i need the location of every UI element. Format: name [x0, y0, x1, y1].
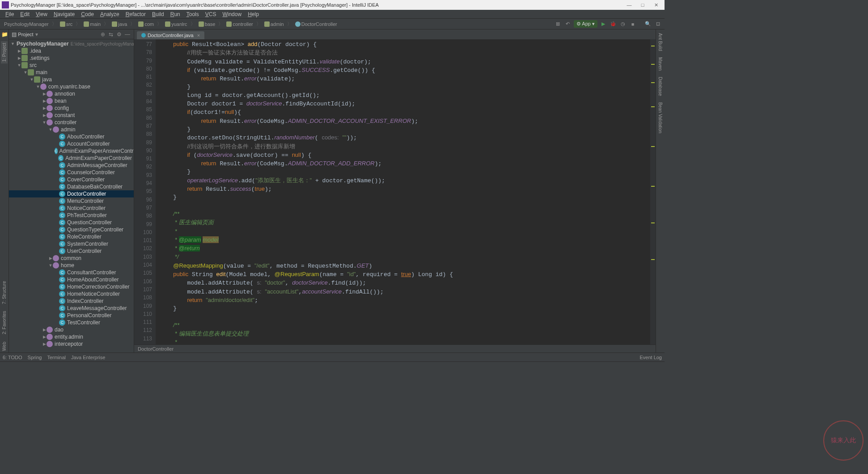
breadcrumb-seg[interactable]: main	[82, 21, 102, 27]
menu-refactor[interactable]: Refactor	[123, 11, 148, 18]
run-config[interactable]: ⚙ App ▾	[574, 20, 597, 28]
tree-node[interactable]: CRoleController	[9, 233, 134, 240]
breadcrumb-seg[interactable]: java	[110, 21, 128, 27]
tree-node[interactable]: ▶bean	[9, 97, 134, 105]
ide-notify-icon[interactable]: ⓘ	[4, 363, 8, 363]
run-icon[interactable]: ▶	[599, 20, 607, 28]
tree-node[interactable]: CIndexController	[9, 298, 134, 305]
sidebar-view-icon[interactable]: ▤	[12, 31, 17, 38]
breadcrumb-bottom[interactable]: DoctorController	[134, 344, 656, 352]
maximize-button[interactable]: □	[636, 2, 649, 8]
tab-web[interactable]: Web	[1, 340, 8, 352]
tree-node[interactable]: ▼main	[9, 69, 134, 76]
tab-maven[interactable]: Maven	[657, 55, 664, 72]
tree-node[interactable]: ▶common	[9, 255, 134, 262]
tree-node[interactable]: ▶entity.admin	[9, 333, 134, 340]
tree-node[interactable]: ▶.idea	[9, 47, 134, 55]
tree-node[interactable]: CMenuController	[9, 197, 134, 205]
tree-node[interactable]: ▶dao	[9, 326, 134, 333]
menu-help[interactable]: Help	[245, 11, 262, 18]
tree-node[interactable]: ▶.settings	[9, 55, 134, 62]
tool-spring[interactable]: Spring	[28, 355, 42, 360]
menu-view[interactable]: View	[33, 11, 50, 18]
menu-tools[interactable]: Tools	[184, 11, 202, 18]
menu-build[interactable]: Build	[149, 11, 167, 18]
tree-node[interactable]: CConsultantController	[9, 269, 134, 276]
tab-database[interactable]: Database	[657, 75, 664, 98]
breadcrumb-seg[interactable]: controller	[225, 21, 254, 27]
breadcrumb-seg[interactable]: yuanlrc	[164, 21, 188, 27]
tree-node[interactable]: CCounselorController	[9, 169, 134, 176]
tool-terminal[interactable]: Terminal	[47, 355, 66, 360]
target-icon[interactable]: ⊕	[101, 31, 107, 38]
breadcrumb-seg[interactable]: com	[137, 21, 155, 27]
close-button[interactable]: ✕	[649, 2, 663, 8]
tree-node[interactable]: ▶intercepotor	[9, 340, 134, 348]
tree-node[interactable]: CAdminExamPaperAnswerController	[9, 147, 134, 155]
breadcrumb-seg[interactable]: PsychologyManager	[3, 21, 50, 27]
tool-todo[interactable]: 6: TODO	[3, 355, 22, 360]
tree-node[interactable]: CLeaveMessageController	[9, 305, 134, 312]
tree-node[interactable]: CQuestionTypeController	[9, 226, 134, 233]
project-icon[interactable]: 📁	[1, 31, 8, 38]
error-stripe[interactable]	[650, 39, 656, 344]
gear-icon[interactable]: ⚙	[117, 31, 123, 38]
tree-node[interactable]: CCoverController	[9, 176, 134, 183]
tree-node[interactable]: ▶annotion	[9, 90, 134, 97]
event-log[interactable]: Event Log	[639, 355, 662, 360]
close-tab-icon[interactable]: ×	[197, 33, 200, 38]
back-icon[interactable]: ↶	[564, 20, 572, 28]
tree-node[interactable]: ▼home	[9, 262, 134, 269]
settings-icon[interactable]: ⊡	[654, 20, 662, 28]
breadcrumb[interactable]: PsychologyManager〉src〉main〉java〉com〉yuan…	[3, 21, 339, 27]
breadcrumb-seg[interactable]: src	[59, 21, 74, 27]
tree-node[interactable]: CDatabaseBakController	[9, 183, 134, 190]
menu-analyze[interactable]: Analyze	[97, 11, 122, 18]
collapse-icon[interactable]: ⇆	[109, 31, 115, 38]
breadcrumb-seg[interactable]: DoctorController	[294, 21, 339, 27]
tree-node[interactable]: CPhTestController	[9, 212, 134, 219]
tab-favorites[interactable]: 2: Favorites	[1, 309, 8, 336]
search-icon[interactable]: 🔍	[644, 20, 652, 28]
hide-icon[interactable]: —	[125, 31, 131, 38]
tree-node[interactable]: CHomeAboutController	[9, 276, 134, 283]
tab-ant[interactable]: Ant Build	[657, 31, 664, 53]
tree-node[interactable]: ▼com.yuanlrc.base	[9, 83, 134, 90]
tree-node[interactable]: CAdminExamPaperController	[9, 155, 134, 162]
debug-icon[interactable]: 🐞	[609, 20, 617, 28]
tree-node[interactable]: CHomeNoticeController	[9, 290, 134, 298]
tree-node[interactable]: CHomeCorrectionController	[9, 283, 134, 290]
tree-node[interactable]: ▼controller	[9, 119, 134, 126]
code-content[interactable]: public Result<Boolean> add(Doctor doctor…	[156, 39, 650, 344]
tree-node[interactable]: CAboutController	[9, 133, 134, 140]
tree-node[interactable]: CTestController	[9, 319, 134, 326]
tree-node[interactable]: ▶constant	[9, 112, 134, 119]
tree-node[interactable]: CAccountController	[9, 140, 134, 147]
tool-javaee[interactable]: Java Enterprise	[71, 355, 105, 360]
tree-node[interactable]: CSystemController	[9, 240, 134, 247]
layout-icon[interactable]: ⊞	[554, 20, 562, 28]
menu-edit[interactable]: Edit	[17, 11, 32, 18]
tree-root[interactable]: ▼ PsychologyManagerE:\idea_space\Psychol…	[9, 40, 134, 47]
tab-bean[interactable]: Bean Validation	[657, 101, 664, 135]
stop-icon[interactable]: ■	[629, 20, 637, 28]
tree-node[interactable]: CUserController	[9, 247, 134, 255]
minimize-button[interactable]: —	[622, 2, 636, 8]
editor-tab[interactable]: DoctorController.java ×	[137, 31, 204, 39]
tab-project[interactable]: 1: Project	[1, 41, 8, 63]
menu-run[interactable]: Run	[168, 11, 183, 18]
menu-vcs[interactable]: VCS	[203, 11, 219, 18]
tree-node[interactable]: CNoticeController	[9, 205, 134, 212]
tree-node[interactable]: CAdminMessageController	[9, 162, 134, 169]
tree-node[interactable]: CDoctorController	[9, 190, 134, 197]
tree-node[interactable]: CQuestionController	[9, 219, 134, 226]
tree-node[interactable]: ▼src	[9, 62, 134, 69]
tree-node[interactable]: ▼admin	[9, 126, 134, 133]
breadcrumb-seg[interactable]: base	[197, 21, 217, 27]
menu-code[interactable]: Code	[78, 11, 97, 18]
line-gutter[interactable]: 7778798081828384858687888990919293949596…	[134, 39, 156, 344]
breadcrumb-seg[interactable]: admin	[263, 21, 285, 27]
tree-node[interactable]: CPersonalController	[9, 312, 134, 319]
tab-structure[interactable]: 7: Structure	[1, 279, 8, 306]
profile-icon[interactable]: ◷	[619, 20, 627, 28]
